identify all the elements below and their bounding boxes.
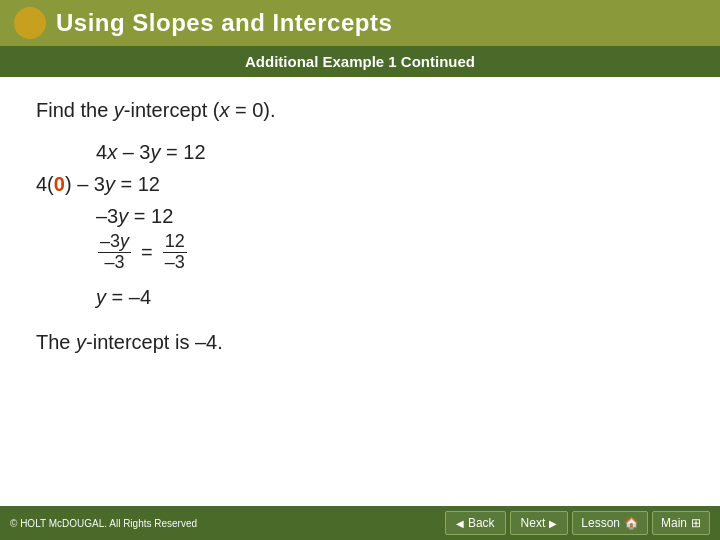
header-icon [14, 7, 46, 39]
lesson-label: Lesson [581, 516, 620, 530]
next-arrow-icon: ▶ [549, 518, 557, 529]
header: Using Slopes and Intercepts [0, 0, 720, 46]
fraction-left: –3y –3 [98, 232, 131, 273]
math-step-4: –3y –3 = 12 –3 [96, 232, 684, 273]
page-title: Using Slopes and Intercepts [56, 9, 392, 37]
lesson-button[interactable]: Lesson 🏠 [572, 511, 648, 535]
main-content: Find the y-intercept (x = 0). 4x – 3y = … [0, 77, 720, 364]
main-icon: ⊞ [691, 516, 701, 530]
lesson-icon: 🏠 [624, 516, 639, 530]
math-step-3: –3y = 12 [96, 200, 684, 232]
subheader: Additional Example 1 Continued [0, 46, 720, 77]
back-arrow-icon: ◀ [456, 518, 464, 529]
subheader-text: Additional Example 1 Continued [245, 53, 475, 70]
back-label: Back [468, 516, 495, 530]
main-label: Main [661, 516, 687, 530]
next-button[interactable]: Next ▶ [510, 511, 569, 535]
main-button[interactable]: Main ⊞ [652, 511, 710, 535]
back-button[interactable]: ◀ Back [445, 511, 506, 535]
instruction-text: Find the y-intercept (x = 0). [36, 99, 684, 122]
substituted-zero: 0 [54, 173, 65, 195]
footer: © HOLT McDOUGAL. All Rights Reserved ◀ B… [0, 506, 720, 540]
conclusion-text: The y-intercept is –4. [36, 331, 684, 354]
math-step-5: y = –4 [96, 281, 684, 313]
fraction-right: 12 –3 [163, 232, 187, 273]
next-label: Next [521, 516, 546, 530]
nav-buttons: ◀ Back Next ▶ Lesson 🏠 Main ⊞ [445, 511, 710, 535]
math-step-1: 4x – 3y = 12 [96, 136, 684, 168]
copyright-text: © HOLT McDOUGAL. All Rights Reserved [10, 518, 197, 529]
math-step-2: 4(0) – 3y = 12 [36, 168, 684, 200]
